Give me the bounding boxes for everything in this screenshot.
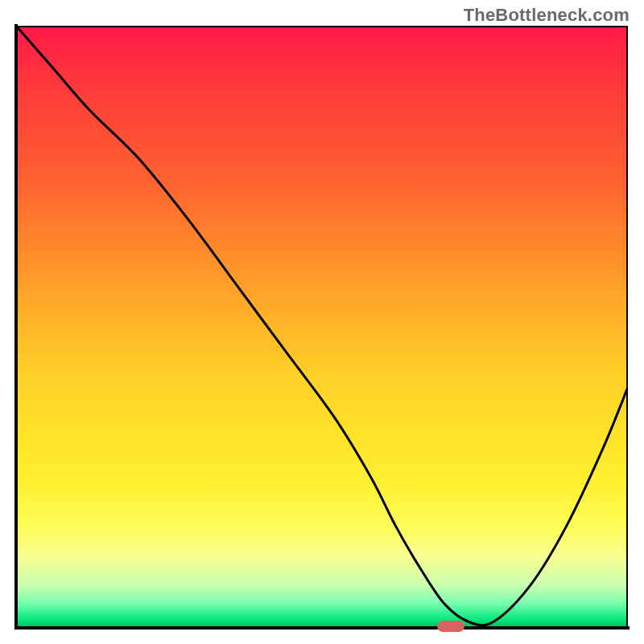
plot-area [16, 26, 628, 628]
x-axis [14, 626, 630, 630]
watermark-text: TheBottleneck.com [464, 5, 630, 26]
bottleneck-chart: TheBottleneck.com [0, 0, 644, 644]
y-axis [14, 24, 18, 630]
optimal-point-marker [437, 621, 464, 632]
